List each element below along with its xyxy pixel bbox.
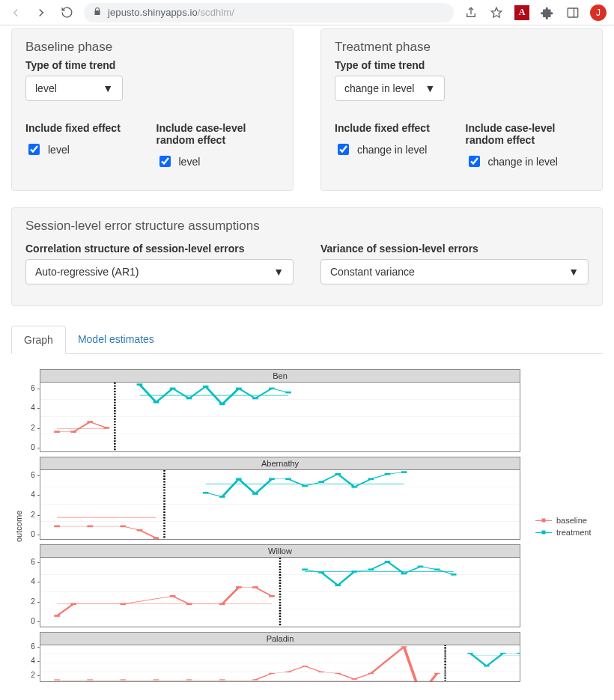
baseline-trend-select[interactable]: level ▼ [25,76,123,101]
treatment-fixed-cb[interactable] [338,144,349,155]
share-icon[interactable] [463,4,479,21]
svg-rect-47 [236,586,242,588]
caret-down-icon: ▼ [103,82,113,94]
svg-rect-76 [368,673,374,674]
svg-rect-52 [318,571,324,573]
baseline-panel: Baseline phase Type of time trend level … [11,28,294,191]
svg-rect-81 [467,653,473,654]
treatment-random-label: Include case-level random effect [466,122,589,146]
svg-rect-20 [54,526,60,528]
var-label: Variance of session-level errors [320,243,589,255]
baseline-fixed-level-checkbox[interactable] [28,144,40,155]
tab-graph[interactable]: Graph [11,326,66,354]
error-title: Session-level error structure assumption… [25,219,589,234]
svg-rect-63 [54,679,60,680]
svg-rect-45 [186,603,192,605]
svg-rect-23 [137,529,143,532]
treatment-random-cb[interactable] [469,156,480,167]
svg-rect-51 [302,568,308,570]
back-button[interactable] [7,4,24,21]
svg-rect-5 [87,421,93,423]
svg-rect-53 [335,585,341,587]
caret-down-icon: ▼ [273,266,284,278]
facet-abernathy: Abernathy [40,457,520,540]
svg-rect-27 [219,496,225,498]
baseline-random-level-text: level [179,156,201,168]
svg-rect-79 [434,673,440,674]
svg-rect-68 [219,679,225,680]
svg-rect-38 [401,471,407,473]
svg-rect-8 [137,383,143,386]
baseline-random-level-checkbox[interactable] [159,156,171,167]
facet-grid: BenAbernathyWillowPaladin [40,369,520,684]
error-structure-panel: Session-level error structure assumption… [11,207,603,306]
svg-rect-24 [154,537,159,539]
acrobat-extension-icon[interactable]: A [514,4,530,21]
svg-rect-29 [252,493,258,495]
svg-rect-46 [219,603,225,605]
reload-button[interactable] [58,4,75,21]
results-tabstrip: Graph Model estimates [11,326,603,354]
svg-rect-4 [70,430,76,433]
facet-strip: Willow [40,545,520,558]
svg-rect-17 [285,392,291,394]
treatment-random-cb-text: change in level [488,156,558,168]
caret-down-icon: ▼ [568,266,579,278]
legend-swatch-baseline [535,517,552,524]
url-text: jepusto.shinyapps.io/scdhlm/ [108,7,234,18]
svg-rect-9 [154,401,159,404]
baseline-title: Baseline phase [25,40,279,55]
treatment-title: Treatment phase [335,40,589,55]
tab-model-estimates[interactable]: Model estimates [66,326,166,353]
lock-icon [93,7,102,18]
svg-rect-83 [500,653,506,654]
treatment-trend-select[interactable]: change in level ▼ [335,76,445,101]
treatment-fixed-label: Include fixed effect [335,122,458,134]
svg-rect-75 [351,678,357,679]
svg-rect-14 [236,388,242,390]
baseline-trend-label: Type of time trend [25,59,279,71]
address-bar[interactable]: jepusto.shinyapps.io/scdhlm/ [84,3,454,22]
treatment-trend-label: Type of time trend [335,59,589,71]
side-panel-icon[interactable] [565,4,581,21]
svg-rect-33 [318,481,324,483]
svg-rect-26 [203,492,209,494]
svg-rect-64 [87,679,93,680]
svg-rect-65 [121,679,127,680]
svg-rect-35 [351,486,357,488]
profile-avatar[interactable]: J [590,4,607,21]
svg-rect-67 [186,679,192,680]
facet-ben: Ben [40,369,520,452]
svg-rect-58 [418,566,424,568]
svg-rect-43 [121,603,127,605]
svg-rect-0 [568,8,578,17]
extensions-icon[interactable] [539,4,556,21]
corr-select[interactable]: Auto-regressive (AR1) ▼ [25,259,294,284]
legend: baseline treatment [535,513,603,540]
svg-rect-84 [517,653,520,654]
svg-rect-74 [335,673,341,674]
star-icon[interactable] [488,4,505,21]
svg-rect-48 [252,586,258,588]
legend-treatment: treatment [535,528,603,537]
facet-willow: Willow [40,544,520,627]
forward-button[interactable] [33,4,49,21]
svg-rect-69 [252,679,258,680]
treatment-fixed-cb-text: change in level [357,144,427,156]
svg-rect-6 [103,427,109,429]
svg-rect-37 [385,473,391,475]
svg-rect-13 [219,404,225,406]
svg-rect-42 [70,603,76,605]
caret-down-icon: ▼ [425,82,435,94]
svg-rect-11 [186,398,192,400]
svg-rect-72 [302,666,308,666]
legend-swatch-treatment [535,529,552,536]
svg-rect-30 [269,478,275,481]
browser-toolbar: jepusto.shinyapps.io/scdhlm/ A J [0,0,614,25]
svg-rect-28 [236,478,242,481]
svg-rect-66 [154,679,159,680]
var-select[interactable]: Constant variance ▼ [320,259,589,284]
facet-strip: Ben [40,370,520,383]
baseline-fixed-level-text: level [48,144,70,156]
svg-rect-54 [351,570,357,573]
